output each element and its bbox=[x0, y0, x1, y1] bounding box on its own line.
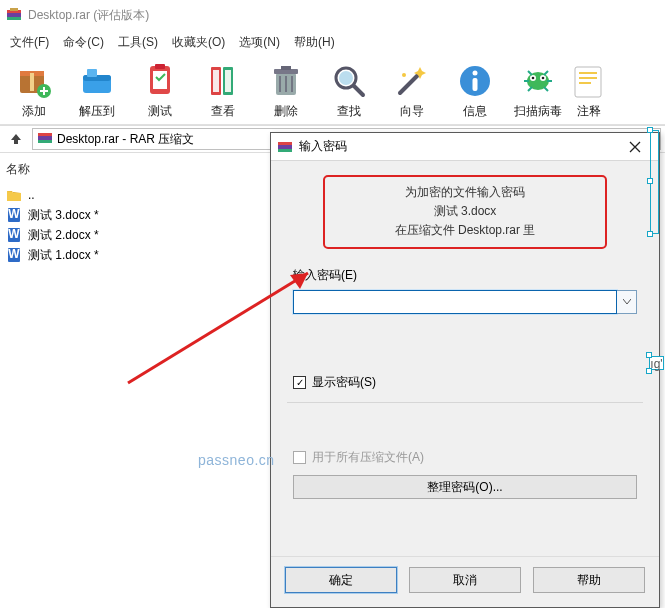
svg-rect-44 bbox=[278, 149, 292, 152]
help-button[interactable]: 帮助 bbox=[533, 567, 645, 593]
docx-icon: W bbox=[6, 207, 22, 223]
delete-icon bbox=[266, 61, 306, 101]
chevron-down-icon bbox=[623, 299, 631, 305]
organize-passwords-button[interactable]: 整理密码(O)... bbox=[293, 475, 637, 499]
svg-rect-26 bbox=[472, 78, 477, 91]
menu-help[interactable]: 帮助(H) bbox=[288, 32, 341, 53]
svg-rect-16 bbox=[213, 70, 219, 92]
annotation-handle bbox=[647, 178, 653, 184]
close-icon bbox=[629, 141, 641, 153]
annotation-handle bbox=[647, 127, 653, 133]
svg-rect-2 bbox=[7, 17, 21, 20]
menu-favorites[interactable]: 收藏夹(O) bbox=[166, 32, 231, 53]
svg-rect-35 bbox=[38, 140, 52, 143]
toolbar-add[interactable]: 添加 bbox=[2, 59, 65, 122]
toolbar-scan[interactable]: 扫描病毒 bbox=[506, 59, 569, 122]
svg-point-25 bbox=[472, 71, 477, 76]
toolbar-delete[interactable]: 删除 bbox=[254, 59, 317, 122]
toolbar-test[interactable]: 测试 bbox=[128, 59, 191, 122]
svg-text:W: W bbox=[8, 227, 20, 241]
cancel-button[interactable]: 取消 bbox=[409, 567, 521, 593]
virus-scan-icon bbox=[518, 61, 558, 101]
annotation-handle bbox=[647, 231, 653, 237]
svg-rect-6 bbox=[30, 73, 34, 91]
menu-options[interactable]: 选项(N) bbox=[233, 32, 286, 53]
toolbar-comment[interactable]: 注释 bbox=[569, 59, 609, 122]
test-icon bbox=[140, 61, 180, 101]
ok-button[interactable]: 确定 bbox=[285, 567, 397, 593]
nav-up-button[interactable] bbox=[4, 129, 28, 149]
use-for-all-checkbox[interactable]: 用于所有压缩文件(A) bbox=[293, 449, 637, 467]
toolbar-find[interactable]: 查找 bbox=[317, 59, 380, 122]
svg-rect-17 bbox=[225, 70, 231, 92]
wizard-icon bbox=[392, 61, 432, 101]
docx-icon: W bbox=[6, 247, 22, 263]
svg-point-31 bbox=[541, 77, 544, 80]
svg-rect-3 bbox=[10, 8, 18, 11]
window-title: Desktop.rar (评估版本) bbox=[28, 7, 149, 24]
svg-rect-34 bbox=[38, 133, 52, 136]
toolbar: 添加 解压到 测试 查看 删除 查找 向导 信息 扫描病毒 注释 bbox=[0, 55, 665, 125]
winrar-app-icon bbox=[277, 139, 293, 155]
password-label: 输入密码(E) bbox=[293, 267, 637, 284]
menu-commands[interactable]: 命令(C) bbox=[57, 32, 110, 53]
view-icon bbox=[203, 61, 243, 101]
svg-point-23 bbox=[402, 73, 406, 77]
dialog-message: 为加密的文件输入密码 测试 3.docx 在压缩文件 Desktop.rar 里 bbox=[323, 175, 607, 249]
svg-rect-13 bbox=[155, 64, 165, 69]
checkbox-unchecked-icon bbox=[293, 451, 306, 464]
menu-file[interactable]: 文件(F) bbox=[4, 32, 55, 53]
docx-icon: W bbox=[6, 227, 22, 243]
window-titlebar: Desktop.rar (评估版本) bbox=[0, 0, 665, 30]
checkbox-checked-icon: ✓ bbox=[293, 376, 306, 389]
extract-icon bbox=[77, 61, 117, 101]
annotation-handle bbox=[646, 368, 652, 374]
dialog-title: 输入密码 bbox=[299, 138, 615, 155]
show-password-checkbox[interactable]: ✓ 显示密码(S) bbox=[293, 374, 637, 392]
watermark-text: passneo.cn bbox=[198, 452, 275, 468]
svg-text:W: W bbox=[8, 207, 20, 221]
divider bbox=[287, 402, 643, 403]
dialog-titlebar: 输入密码 bbox=[271, 133, 659, 161]
toolbar-view[interactable]: 查看 bbox=[191, 59, 254, 122]
password-dropdown[interactable] bbox=[617, 290, 637, 314]
info-icon bbox=[455, 61, 495, 101]
svg-rect-20 bbox=[281, 66, 291, 70]
winrar-app-icon bbox=[6, 7, 22, 23]
folder-up-icon bbox=[6, 187, 22, 203]
find-icon bbox=[329, 61, 369, 101]
archive-icon bbox=[37, 130, 53, 149]
address-text: Desktop.rar - RAR 压缩文 bbox=[57, 131, 194, 148]
toolbar-info[interactable]: 信息 bbox=[443, 59, 506, 122]
svg-text:W: W bbox=[8, 247, 20, 261]
password-dialog: 输入密码 为加密的文件输入密码 测试 3.docx 在压缩文件 Desktop.… bbox=[270, 132, 660, 608]
menu-tools[interactable]: 工具(S) bbox=[112, 32, 164, 53]
add-archive-icon bbox=[14, 61, 54, 101]
svg-point-22 bbox=[339, 71, 353, 85]
comment-icon bbox=[569, 61, 609, 101]
password-input[interactable] bbox=[293, 290, 617, 314]
annotation-handle bbox=[646, 352, 652, 358]
toolbar-wizard[interactable]: 向导 bbox=[380, 59, 443, 122]
svg-rect-43 bbox=[278, 142, 292, 145]
svg-point-30 bbox=[531, 77, 534, 80]
menubar: 文件(F) 命令(C) 工具(S) 收藏夹(O) 选项(N) 帮助(H) bbox=[0, 30, 665, 55]
toolbar-extract[interactable]: 解压到 bbox=[65, 59, 128, 122]
dialog-close-button[interactable] bbox=[615, 134, 655, 160]
svg-rect-10 bbox=[87, 69, 97, 77]
